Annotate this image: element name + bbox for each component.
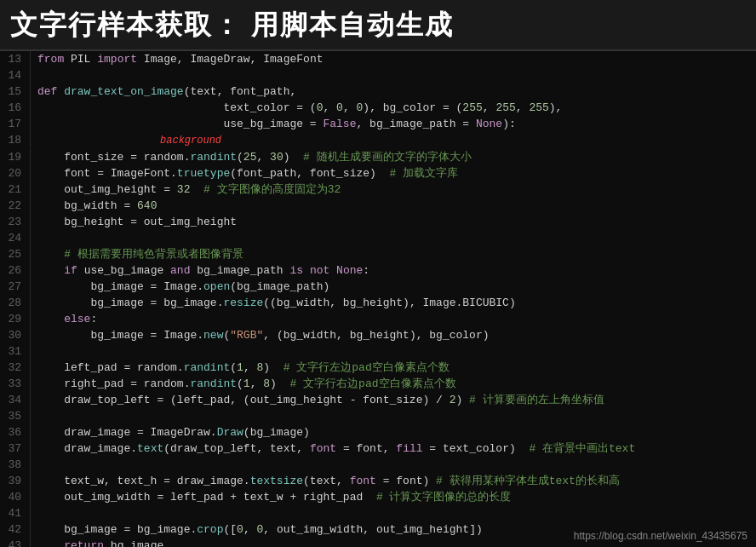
code-row: 40 out_img_width = left_pad + text_w + r… [0,489,756,505]
code-line-content: left_pad = random.randint(1, 8) # 文字行左边p… [37,360,756,376]
code-line-content: bg_width = 640 [37,198,756,214]
line-number: 33 [0,376,31,392]
code-row: 38 [0,457,756,473]
code-line-content: draw_top_left = (left_pad, (out_img_heig… [37,392,756,408]
code-row: 20 font = ImageFont.truetype(font_path, … [0,165,756,181]
code-row: 13from PIL import Image, ImageDraw, Imag… [0,51,756,67]
code-line-content: bg_height = out_img_height [37,214,756,230]
code-line-content: background [37,132,756,149]
code-row: 36 draw_image = ImageDraw.Draw(bg_image) [0,424,756,440]
code-line-content [37,343,756,360]
line-number: 31 [0,343,31,360]
code-line-content: bg_image = bg_image.resize((bg_width, bg… [37,295,756,311]
code-line-content: # 根据需要用纯色背景或者图像背景 [37,246,756,262]
code-row: 26 if use_bg_image and bg_image_path is … [0,262,756,279]
code-row: 27 bg_image = Image.open(bg_image_path) [0,279,756,295]
code-line-content: font_size = random.randint(25, 30) # 随机生… [37,149,756,165]
code-line-content: out_img_height = 32 # 文字图像的高度固定为32 [37,181,756,198]
code-row: 17 use_bg_image = False, bg_image_path =… [0,116,756,132]
code-row: 34 draw_top_left = (left_pad, (out_img_h… [0,392,756,408]
code-row: 28 bg_image = bg_image.resize((bg_width,… [0,295,756,311]
code-row: 19 font_size = random.randint(25, 30) # … [0,149,756,165]
code-line-content [37,67,756,83]
code-line-content: from PIL import Image, ImageDraw, ImageF… [37,51,756,67]
code-row: 18 background [0,132,756,149]
line-number: 32 [0,360,31,376]
code-row: 22 bg_width = 640 [0,198,756,214]
code-line-content: bg_image = Image.new("RGB", (bg_width, b… [37,327,756,343]
watermark: https://blog.csdn.net/weixin_43435675 [574,530,747,542]
code-row: 24 [0,230,756,246]
line-number: 27 [0,279,31,295]
line-number: 34 [0,392,31,408]
line-number: 19 [0,149,31,165]
code-row: 32 left_pad = random.randint(1, 8) # 文字行… [0,360,756,376]
line-number: 30 [0,327,31,343]
line-number: 22 [0,198,31,214]
code-line-content [37,505,756,521]
code-line-content [37,230,756,246]
line-number: 15 [0,83,31,100]
code-line-content: draw_image = ImageDraw.Draw(bg_image) [37,424,756,440]
code-line-content [37,457,756,473]
line-number: 17 [0,116,31,132]
code-row: 29 else: [0,311,756,327]
code-row: 35 [0,408,756,424]
code-line-content: else: [37,311,756,327]
code-container: 13from PIL import Image, ImageDraw, Imag… [0,51,756,547]
code-line-content: bg_image = Image.open(bg_image_path) [37,279,756,295]
line-number: 23 [0,214,31,230]
code-row: 21 out_img_height = 32 # 文字图像的高度固定为32 [0,181,756,198]
line-number: 29 [0,311,31,327]
line-number: 26 [0,262,31,279]
code-row: 33 right_pad = random.randint(1, 8) # 文字… [0,376,756,392]
code-line-content: text_w, text_h = draw_image.textsize(tex… [37,473,756,489]
page-title: 文字行样本获取： 用脚本自动生成 [10,9,454,40]
line-number: 25 [0,246,31,262]
code-line-content: font = ImageFont.truetype(font_path, fon… [37,165,756,181]
code-row: 25 # 根据需要用纯色背景或者图像背景 [0,246,756,262]
code-line-content: draw_image.text(draw_top_left, text, fon… [37,440,756,457]
line-number: 40 [0,489,31,505]
line-number: 38 [0,457,31,473]
line-number: 43 [0,538,31,547]
code-line-content: text_color = (0, 0, 0), bg_color = (255,… [37,100,756,116]
code-line-content: out_img_width = left_pad + text_w + righ… [37,489,756,505]
code-row: 30 bg_image = Image.new("RGB", (bg_width… [0,327,756,343]
title-bar: 文字行样本获取： 用脚本自动生成 [0,0,756,51]
line-number: 36 [0,424,31,440]
line-number: 20 [0,165,31,181]
code-row: 41 [0,505,756,521]
code-row: 16 text_color = (0, 0, 0), bg_color = (2… [0,100,756,116]
line-number: 35 [0,408,31,424]
line-number: 16 [0,100,31,116]
line-number: 42 [0,521,31,538]
line-number: 21 [0,181,31,198]
code-row: 23 bg_height = out_img_height [0,214,756,230]
line-number: 28 [0,295,31,311]
code-row: 15def draw_text_on_image(text, font_path… [0,83,756,100]
code-line-content: def draw_text_on_image(text, font_path, [37,83,756,100]
code-line-content: if use_bg_image and bg_image_path is not… [37,262,756,279]
code-line-content: right_pad = random.randint(1, 8) # 文字行右边… [37,376,756,392]
line-number: 13 [0,51,31,67]
line-number: 18 [0,132,31,148]
code-row: 37 draw_image.text(draw_top_left, text, … [0,440,756,457]
code-block: 13from PIL import Image, ImageDraw, Imag… [0,51,756,547]
code-line-content: use_bg_image = False, bg_image_path = No… [37,116,756,132]
code-row: 14 [0,67,756,83]
line-number: 24 [0,230,31,246]
line-number: 41 [0,505,31,521]
line-number: 14 [0,67,31,83]
line-number: 39 [0,473,31,489]
line-number: 37 [0,440,31,457]
code-row: 31 [0,343,756,360]
code-line-content [37,408,756,424]
code-row: 39 text_w, text_h = draw_image.textsize(… [0,473,756,489]
